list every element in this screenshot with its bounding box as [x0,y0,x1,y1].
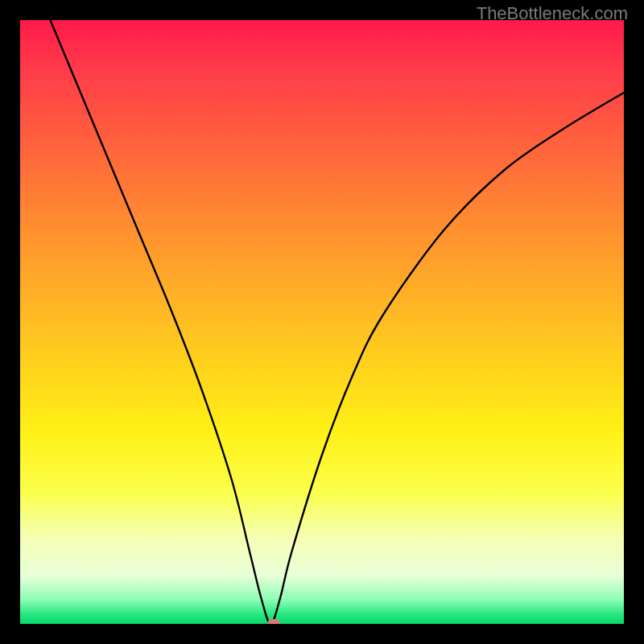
curve-svg [20,20,624,624]
plot-area [20,20,624,624]
bottleneck-curve [51,20,625,624]
watermark-text: TheBottleneck.com [477,3,628,24]
optimal-marker [267,619,280,624]
